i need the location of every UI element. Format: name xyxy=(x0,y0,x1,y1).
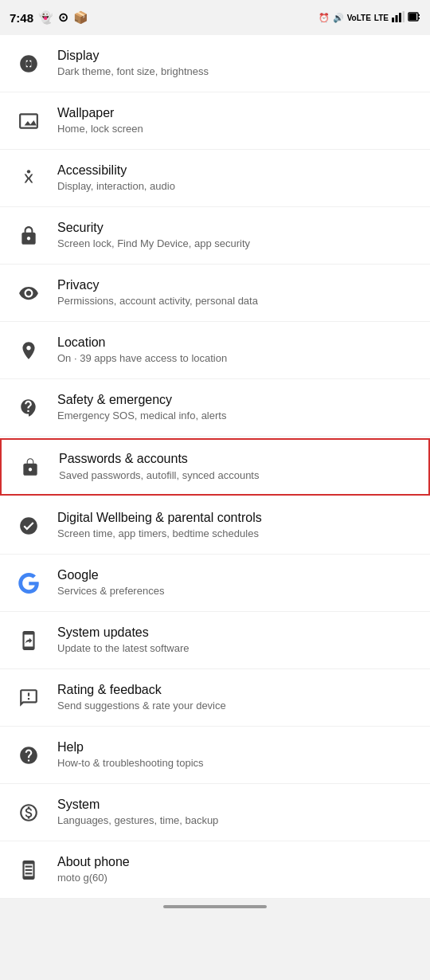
sidebar-item-accessibility[interactable]: Accessibility Display, interaction, audi… xyxy=(0,150,430,207)
security-icon xyxy=(13,220,45,252)
system-text: System Languages, gestures, time, backup xyxy=(57,797,218,829)
help-subtitle: How-to & troubleshooting topics xyxy=(57,757,204,770)
safety-subtitle: Emergency SOS, medical info, alerts xyxy=(57,410,226,423)
svg-rect-7 xyxy=(409,14,416,20)
help-icon xyxy=(13,739,45,771)
help-title: Help xyxy=(57,739,204,756)
wallpaper-icon xyxy=(13,105,45,137)
accessibility-subtitle: Display, interaction, audio xyxy=(57,180,175,194)
wallpaper-text: Wallpaper Home, lock screen xyxy=(57,105,143,137)
passwords-subtitle: Saved passwords, autofill, synced accoun… xyxy=(59,469,259,483)
location-subtitle: On · 39 apps have access to location xyxy=(57,352,227,366)
volume-icon: 🔊 xyxy=(333,13,344,23)
security-title: Security xyxy=(57,220,250,237)
google-text: Google Services & preferences xyxy=(57,567,164,599)
sidebar-item-security[interactable]: Security Screen lock, Find My Device, ap… xyxy=(0,207,430,265)
security-text: Security Screen lock, Find My Device, ap… xyxy=(57,220,250,252)
system-icon xyxy=(13,797,45,829)
svg-rect-0 xyxy=(392,18,394,22)
sidebar-item-about[interactable]: About phone moto g(60) xyxy=(0,841,430,899)
wallpaper-title: Wallpaper xyxy=(57,105,143,122)
system-updates-title: System updates xyxy=(57,625,189,641)
about-title: About phone xyxy=(57,854,130,871)
location-title: Location xyxy=(57,335,227,351)
sidebar-item-system-updates[interactable]: System updates Update to the latest soft… xyxy=(0,612,430,669)
svg-point-9 xyxy=(27,170,30,173)
google-subtitle: Services & preferences xyxy=(57,585,164,598)
rating-subtitle: Send suggestions & rate your device xyxy=(57,700,226,713)
about-subtitle: moto g(60) xyxy=(57,872,130,885)
passwords-text: Passwords & accounts Saved passwords, au… xyxy=(59,451,259,483)
privacy-title: Privacy xyxy=(57,277,258,294)
location-icon xyxy=(13,335,45,367)
battery-icon xyxy=(408,11,420,24)
sidebar-item-privacy[interactable]: Privacy Permissions, account activity, p… xyxy=(0,265,430,322)
status-right: ⏰ 🔊 VoLTE LTE xyxy=(319,11,420,24)
sidebar-item-location[interactable]: Location On · 39 apps have access to loc… xyxy=(0,322,430,379)
system-updates-subtitle: Update to the latest software xyxy=(57,642,189,656)
safety-text: Safety & emergency Emergency SOS, medica… xyxy=(57,392,226,424)
privacy-icon xyxy=(13,277,45,309)
system-subtitle: Languages, gestures, time, backup xyxy=(57,814,218,828)
display-subtitle: Dark theme, font size, brightness xyxy=(57,65,209,79)
about-text: About phone moto g(60) xyxy=(57,854,130,886)
wallpaper-subtitle: Home, lock screen xyxy=(57,123,143,136)
google-title: Google xyxy=(57,567,164,584)
accessibility-title: Accessibility xyxy=(57,163,175,179)
svg-rect-1 xyxy=(396,15,398,22)
about-icon xyxy=(13,854,45,886)
snapchat-icon: 👻 xyxy=(38,10,53,25)
nav-bar xyxy=(0,899,430,913)
rating-icon xyxy=(13,682,45,714)
display-title: Display xyxy=(57,48,209,65)
signal-bars-icon xyxy=(392,11,405,24)
privacy-text: Privacy Permissions, account activity, p… xyxy=(57,277,258,309)
alarm-icon: ⏰ xyxy=(319,13,330,23)
volte-label: VoLTE xyxy=(347,14,371,22)
safety-icon xyxy=(13,392,45,424)
sidebar-item-safety[interactable]: Safety & emergency Emergency SOS, medica… xyxy=(0,379,430,437)
system-title: System xyxy=(57,797,218,813)
sidebar-item-rating[interactable]: Rating & feedback Send suggestions & rat… xyxy=(0,669,430,727)
box-icon: 📦 xyxy=(73,10,88,25)
wellbeing-subtitle: Screen time, app timers, bedtime schedul… xyxy=(57,527,262,541)
sidebar-item-wallpaper[interactable]: Wallpaper Home, lock screen xyxy=(0,92,430,150)
location-text: Location On · 39 apps have access to loc… xyxy=(57,335,227,367)
time: 7:48 xyxy=(10,11,33,25)
lte-label: LTE xyxy=(374,14,389,22)
svg-point-8 xyxy=(26,61,32,66)
wellbeing-icon xyxy=(13,510,45,542)
system-updates-text: System updates Update to the latest soft… xyxy=(57,625,189,657)
settings-list: Display Dark theme, font size, brightnes… xyxy=(0,35,430,899)
nav-indicator xyxy=(163,905,267,908)
spotify-icon: ⊙ xyxy=(58,10,68,25)
display-text: Display Dark theme, font size, brightnes… xyxy=(57,48,209,80)
sidebar-item-display[interactable]: Display Dark theme, font size, brightnes… xyxy=(0,35,430,92)
sidebar-item-google[interactable]: Google Services & preferences xyxy=(0,555,430,612)
security-subtitle: Screen lock, Find My Device, app securit… xyxy=(57,237,250,251)
rating-title: Rating & feedback xyxy=(57,682,226,699)
wellbeing-text: Digital Wellbeing & parental controls Sc… xyxy=(57,510,262,542)
privacy-subtitle: Permissions, account activity, personal … xyxy=(57,295,258,308)
wellbeing-title: Digital Wellbeing & parental controls xyxy=(57,510,262,527)
sidebar-item-digital-wellbeing[interactable]: Digital Wellbeing & parental controls Sc… xyxy=(0,497,430,555)
rating-text: Rating & feedback Send suggestions & rat… xyxy=(57,682,226,714)
safety-title: Safety & emergency xyxy=(57,392,226,409)
sidebar-item-system[interactable]: System Languages, gestures, time, backup xyxy=(0,784,430,841)
display-icon xyxy=(13,48,45,80)
help-text: Help How-to & troubleshooting topics xyxy=(57,739,204,771)
status-bar: 7:48 👻 ⊙ 📦 ⏰ 🔊 VoLTE LTE xyxy=(0,0,430,32)
svg-rect-3 xyxy=(403,11,405,22)
passwords-title: Passwords & accounts xyxy=(59,451,259,468)
accessibility-icon xyxy=(13,163,45,194)
google-icon xyxy=(13,567,45,599)
svg-rect-2 xyxy=(399,13,401,22)
accessibility-text: Accessibility Display, interaction, audi… xyxy=(57,163,175,194)
sidebar-item-passwords[interactable]: Passwords & accounts Saved passwords, au… xyxy=(0,438,430,496)
sidebar-item-help[interactable]: Help How-to & troubleshooting topics xyxy=(0,727,430,784)
status-left: 7:48 👻 ⊙ 📦 xyxy=(10,10,88,25)
passwords-icon xyxy=(14,451,46,483)
system-updates-icon xyxy=(13,625,45,657)
